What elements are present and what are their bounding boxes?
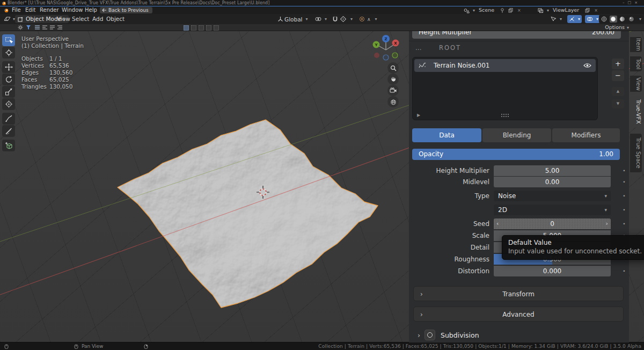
decorator-dot[interactable]: •	[620, 218, 628, 229]
remove-layer-button[interactable]: −	[612, 70, 624, 81]
blender-menu-logo-icon[interactable]	[4, 8, 9, 13]
sidebar-tab-true-space[interactable]: True Space	[630, 134, 642, 172]
selection-mode-3[interactable]	[199, 25, 204, 31]
list-view-icon-4[interactable]	[57, 25, 63, 30]
tab-blending[interactable]: Blending	[482, 128, 551, 142]
dimension-dropdown[interactable]: 2D▾	[494, 205, 611, 215]
tooltip-body: Input value used for unconnected socket.	[508, 247, 642, 256]
window-controls[interactable]: –□×	[623, 0, 641, 6]
shading-wireframe-button[interactable]	[601, 16, 608, 23]
viewlayer-selector[interactable]: ▾ ViewLayer ×	[537, 7, 598, 13]
selection-mode-2[interactable]	[191, 25, 196, 31]
shading-rendered-button[interactable]	[628, 16, 635, 23]
list-resize-grip[interactable]	[501, 113, 509, 117]
menu-render[interactable]: Render	[40, 6, 59, 14]
menu-help[interactable]: Help	[85, 6, 97, 14]
selection-mode-1[interactable]	[184, 25, 189, 31]
transform-section[interactable]: ›Transform	[413, 286, 624, 301]
tool-transform[interactable]	[2, 98, 15, 110]
shading-solid-button[interactable]	[610, 16, 617, 23]
sidebar-tab-item[interactable]: Item	[630, 37, 642, 52]
proportional-edit-controls[interactable]: ∧ ▾	[357, 15, 379, 23]
tool-measure[interactable]	[2, 125, 15, 137]
eye-visibility-icon[interactable]	[583, 63, 591, 68]
tool-cursor[interactable]	[2, 47, 15, 59]
menu-select[interactable]: Select	[72, 14, 89, 24]
tab-modifiers[interactable]: Modifiers	[552, 128, 620, 142]
tool-annotate[interactable]	[2, 113, 15, 125]
gizmo-toggle[interactable]: ▾	[567, 15, 582, 23]
tool-move[interactable]	[2, 61, 15, 73]
proportional-edit-icon[interactable]	[359, 16, 365, 22]
editor-type-icon[interactable]	[4, 16, 11, 22]
new-scene-icon[interactable]	[508, 8, 513, 13]
shading-material-button[interactable]	[619, 16, 626, 23]
decorator-dot[interactable]: •	[620, 177, 628, 187]
perspective-toggle-button[interactable]	[387, 96, 399, 107]
unlink-scene-icon[interactable]: ×	[517, 8, 521, 13]
advanced-section[interactable]: ›Advanced	[413, 307, 624, 322]
midlevel-field[interactable]: 0.00	[494, 177, 611, 187]
filter-funnel-icon[interactable]	[26, 25, 31, 30]
decorator-dot[interactable]: •	[620, 191, 628, 201]
navigation-gizmo[interactable]: Z Y X	[369, 34, 402, 62]
snap-magnet-icon[interactable]	[332, 16, 338, 23]
list-item-terrain-noise[interactable]: Terrain Noise.001	[414, 59, 596, 72]
move-layer-down-button[interactable]: ▼	[612, 99, 624, 108]
breadcrumb-root[interactable]: ROOT	[439, 44, 461, 52]
selection-mode-5[interactable]	[214, 25, 219, 31]
selection-mode-4[interactable]	[206, 25, 211, 31]
overlays-toggle[interactable]: ▾	[585, 15, 600, 23]
section-chevron-icon: ›	[420, 307, 423, 322]
list-expand-icon[interactable]: ▶	[417, 113, 420, 118]
type-dropdown[interactable]: Noise▾	[494, 191, 611, 201]
menu-view[interactable]: View	[57, 14, 70, 24]
distortion-field[interactable]: 0.000	[494, 266, 611, 276]
orientation-dropdown[interactable]: Global▾	[276, 15, 310, 23]
height-multiplier-top-slider[interactable]: Height Multiplier200.00	[412, 31, 621, 39]
back-to-previous-button[interactable]: Back to Previous	[100, 7, 152, 13]
viewport-3d[interactable]: User Perspective (1) Collection | Terrai…	[0, 31, 644, 342]
sidebar-tab-tool[interactable]: Tool	[630, 56, 642, 71]
terrain-layer-list[interactable]: Terrain Noise.001 ▶	[412, 57, 598, 120]
sidebar-tab-true-vfx[interactable]: True-VFX	[630, 96, 642, 127]
visibility-dropdown[interactable]: ▾	[548, 15, 564, 23]
tool-select-box[interactable]	[2, 34, 15, 46]
height-multiplier-field[interactable]: 5.00	[494, 165, 611, 176]
subdivision-section[interactable]: ›Subdivision	[418, 330, 479, 340]
seed-stepper[interactable]: ‹ 0 ›	[494, 218, 611, 229]
decorator-dot[interactable]: •	[620, 165, 628, 176]
pin-icon[interactable]	[500, 8, 504, 13]
pan-button[interactable]	[387, 74, 399, 85]
pivot-dropdown[interactable]: ▾	[313, 15, 328, 23]
remove-viewlayer-icon[interactable]: ×	[594, 8, 598, 13]
scene-selector[interactable]: ▾ Scene ×	[463, 7, 521, 13]
camera-view-button[interactable]	[387, 85, 399, 96]
tool-scale[interactable]	[2, 86, 15, 98]
tool-add-cube[interactable]	[2, 140, 15, 151]
list-view-icon-1[interactable]	[34, 25, 40, 30]
move-layer-up-button[interactable]: ▲	[612, 87, 624, 96]
tool-rotate[interactable]	[2, 74, 15, 85]
menu-object[interactable]: Object	[106, 14, 125, 24]
list-view-icon-3[interactable]	[49, 25, 55, 30]
breadcrumb-ellipsis[interactable]: …	[415, 44, 422, 52]
snap-controls[interactable]: ▾	[331, 15, 354, 23]
add-layer-button[interactable]: +	[612, 59, 624, 69]
sidebar-tab-view[interactable]: View	[630, 76, 642, 92]
decorator-dot[interactable]: •	[620, 266, 628, 276]
menu-window[interactable]: Window	[62, 6, 83, 14]
menu-add[interactable]: Add	[92, 14, 103, 24]
menu-file[interactable]: File	[12, 6, 21, 14]
tab-data[interactable]: Data	[412, 128, 481, 142]
menu-edit[interactable]: Edit	[25, 6, 35, 14]
new-viewlayer-icon[interactable]	[585, 8, 590, 13]
decorator-dot[interactable]: •	[620, 205, 628, 215]
shading-chevron-icon[interactable]: ▾	[639, 17, 641, 21]
mesh-circle-icon[interactable]	[425, 330, 435, 340]
falloff-icon[interactable]: ∧	[367, 17, 371, 22]
opacity-slider[interactable]: Opacity 1.00	[412, 149, 620, 160]
gear-icon[interactable]	[18, 25, 23, 30]
zoom-button[interactable]	[387, 62, 399, 74]
list-view-icon-2[interactable]	[42, 25, 48, 30]
